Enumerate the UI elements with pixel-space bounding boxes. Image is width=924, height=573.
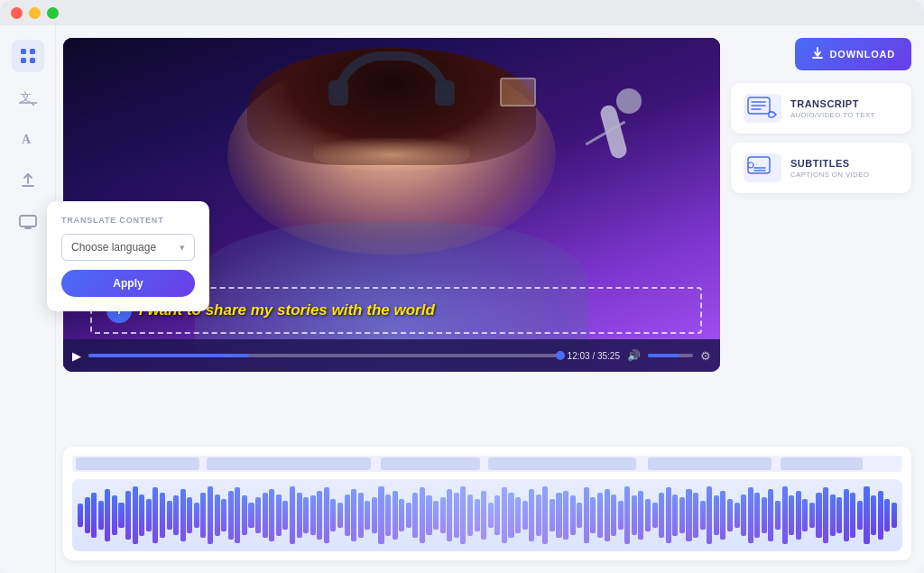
sidebar: 文 A TRANSLATE CONTE — [0, 25, 56, 573]
waveform-bar — [892, 503, 897, 529]
right-panel: TRANSCRIPT AUDIO/VIDEO TO TEXT — [731, 38, 911, 438]
waveform-bar — [248, 503, 254, 529]
sidebar-icon-upload[interactable] — [12, 164, 44, 197]
waveform-bar — [693, 493, 698, 538]
waveform-bar — [133, 486, 138, 545]
waveform-bar — [577, 503, 582, 529]
waveform-bar — [700, 501, 706, 530]
waveform-bar — [789, 495, 794, 534]
settings-icon[interactable]: ⚙ — [700, 349, 711, 363]
sidebar-icon-grid[interactable] — [12, 40, 44, 72]
waveform-bar — [112, 495, 117, 534]
waveform-bar — [618, 501, 624, 530]
timeline-tracks — [72, 456, 902, 472]
transcript-subtitle: AUDIO/VIDEO TO TEXT — [790, 111, 875, 119]
waveform-bar — [741, 494, 746, 537]
subtitles-card-text: SUBTITLES CAPTIONS ON VIDEO — [790, 158, 869, 179]
waveform-bar — [754, 493, 760, 538]
waveform-bar — [570, 495, 576, 534]
waveform-bar — [310, 495, 316, 534]
transcript-card-text: TRANSCRIPT AUDIO/VIDEO TO TEXT — [790, 98, 875, 119]
video-controls: ▶ 12:03 / 35:25 🔊 ⚙ — [63, 339, 720, 372]
waveform-bar — [399, 499, 404, 531]
subtitles-card[interactable]: SUBTITLES CAPTIONS ON VIDEO — [731, 143, 911, 193]
svg-rect-2 — [21, 58, 26, 63]
waveform-bar — [563, 491, 568, 540]
waveform-bar — [494, 495, 500, 534]
waveform-bar — [160, 493, 165, 538]
close-button[interactable] — [11, 7, 23, 19]
svg-text:A: A — [22, 133, 32, 146]
waveform-bar — [632, 495, 637, 534]
apply-button[interactable]: Apply — [61, 270, 195, 297]
waveform-bar — [624, 486, 630, 545]
waveform-bar — [782, 486, 788, 545]
minimize-button[interactable] — [29, 7, 41, 19]
sidebar-icon-font[interactable]: A — [12, 123, 44, 155]
waveform-bar — [802, 499, 808, 531]
subtitles-icon — [744, 153, 781, 182]
waveform-bar — [605, 489, 610, 541]
waveform-bar — [707, 486, 712, 545]
waveform-bar — [406, 503, 411, 529]
track-block — [781, 457, 863, 470]
waveform-bar — [324, 487, 329, 542]
download-button[interactable]: DOWNLOAD — [795, 38, 911, 70]
waveform-bar — [864, 486, 869, 545]
translate-popup-title: TRANSLATE CONTENT — [61, 216, 195, 225]
waveform-bar — [420, 487, 425, 542]
waveform-bar — [372, 497, 377, 533]
volume-bar[interactable] — [648, 354, 693, 357]
waveform-bar — [735, 503, 740, 529]
waveform-bar — [358, 493, 364, 538]
waveform-bar — [351, 489, 356, 541]
progress-bar[interactable] — [88, 354, 560, 357]
waveform-bar — [146, 499, 152, 531]
svg-rect-3 — [30, 58, 35, 63]
waveform-bar — [105, 489, 110, 541]
subtitles-subtitle: CAPTIONS ON VIDEO — [790, 171, 869, 179]
translate-popup: TRANSLATE CONTENT Choose language ▾ Appl… — [47, 201, 209, 311]
waveform-bar — [796, 491, 801, 540]
transcript-icon — [744, 94, 781, 123]
waveform-bar — [180, 489, 186, 541]
waveform-bar — [393, 491, 398, 540]
progress-indicator — [556, 351, 565, 360]
waveform-bar — [152, 487, 158, 542]
waveform-bar — [714, 495, 719, 534]
transcript-card[interactable]: TRANSCRIPT AUDIO/VIDEO TO TEXT — [731, 83, 911, 134]
svg-point-18 — [748, 162, 753, 168]
waveform-bar — [762, 497, 767, 533]
waveform-bar — [720, 491, 725, 540]
download-label: DOWNLOAD — [830, 49, 895, 60]
play-button[interactable]: ▶ — [72, 349, 81, 363]
language-select-label: Choose language — [71, 241, 156, 254]
waveform-bar — [200, 493, 206, 538]
language-select-dropdown[interactable]: Choose language ▾ — [61, 234, 195, 261]
waveform-bar — [215, 494, 220, 537]
track-block — [76, 457, 199, 470]
waveform-bar — [809, 503, 815, 529]
waveform-bar — [454, 493, 459, 538]
waveform-bar — [652, 503, 658, 529]
track-block — [381, 457, 479, 470]
waveform-bar — [871, 495, 876, 534]
waveform-bar — [857, 501, 863, 530]
waveform-bar — [850, 493, 855, 538]
volume-icon[interactable]: 🔊 — [627, 349, 641, 362]
waveform-bar — [556, 493, 561, 538]
waveform-bar — [365, 501, 370, 530]
waveform-bar — [686, 489, 691, 541]
maximize-button[interactable] — [47, 7, 59, 19]
waveform-bar — [187, 497, 192, 533]
sidebar-icon-translate[interactable]: 文 — [12, 81, 44, 114]
waveform-bar — [78, 504, 83, 526]
timeline-section — [63, 447, 911, 560]
waveform-bar — [659, 493, 664, 538]
sidebar-icon-screen[interactable] — [12, 206, 44, 238]
progress-fill — [88, 354, 249, 357]
waveform-bar — [672, 494, 678, 537]
track-block — [488, 457, 636, 470]
waveform-bar — [378, 486, 383, 545]
waveform-bar — [748, 487, 753, 542]
